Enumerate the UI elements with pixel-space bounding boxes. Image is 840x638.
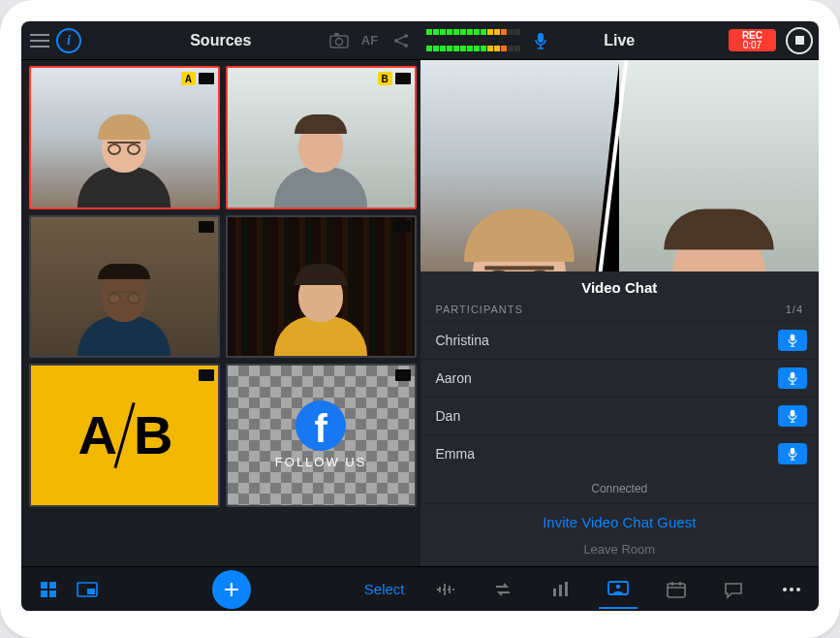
participants-label: PARTICIPANTS	[436, 303, 523, 315]
source-tile-follow-graphic[interactable]: f FOLLOW US	[226, 364, 417, 507]
camera-badge-icon	[395, 221, 411, 233]
stats-icon[interactable]	[542, 570, 580, 609]
camera-badge-icon	[199, 73, 214, 84]
live-preview[interactable]	[420, 60, 820, 271]
connection-status: Connected	[420, 472, 820, 503]
svg-rect-19	[565, 582, 568, 596]
source-tile-3[interactable]	[29, 215, 220, 359]
participant-row: Aaron	[420, 359, 820, 397]
follow-label: FOLLOW US	[275, 455, 367, 469]
video-chat-tab-icon[interactable]	[599, 570, 638, 609]
participant-name: Dan	[436, 408, 461, 424]
select-button[interactable]: Select	[357, 581, 420, 597]
source-letter: B	[378, 72, 392, 85]
info-icon[interactable]: i	[56, 28, 81, 53]
source-tile-4[interactable]	[226, 215, 417, 359]
invite-guest-button[interactable]: Invite Video Chat Guest	[420, 503, 820, 540]
svg-rect-11	[41, 582, 47, 589]
camera-badge-icon	[199, 369, 214, 381]
svg-point-21	[616, 584, 620, 588]
ab-left-letter: A	[78, 403, 114, 466]
participant-name: Emma	[436, 446, 475, 462]
participant-mic-button[interactable]	[778, 367, 807, 389]
source-letter: A	[181, 72, 196, 85]
svg-rect-10	[791, 448, 795, 455]
share-icon[interactable]	[388, 32, 415, 49]
participant-row: Dan	[420, 397, 820, 434]
source-tile-a[interactable]: A	[29, 66, 220, 209]
svg-rect-2	[334, 33, 339, 36]
participant-row: Christina	[420, 321, 820, 359]
participant-row: Emma	[420, 434, 820, 472]
svg-rect-12	[49, 582, 56, 589]
stop-button[interactable]	[786, 27, 813, 54]
chat-icon[interactable]	[714, 570, 753, 609]
audio-meter	[426, 24, 526, 56]
participant-name: Aaron	[436, 370, 472, 386]
autofocus-icon[interactable]: AF	[357, 33, 384, 48]
participant-mic-button[interactable]	[778, 330, 807, 351]
facebook-icon: f	[296, 400, 346, 451]
pip-view-icon[interactable]	[68, 570, 107, 609]
participant-name: Christina	[436, 333, 489, 348]
svg-point-23	[783, 588, 787, 591]
svg-point-25	[796, 588, 800, 591]
svg-rect-17	[553, 589, 556, 596]
svg-rect-14	[49, 590, 56, 597]
rec-time: 0:07	[742, 41, 762, 50]
more-icon[interactable]	[772, 570, 811, 609]
camera-icon[interactable]	[326, 33, 353, 48]
sources-title: Sources	[190, 32, 251, 49]
participant-mic-button[interactable]	[778, 405, 807, 427]
svg-rect-6	[538, 33, 544, 43]
live-title: Live	[604, 32, 635, 49]
camera-badge-icon	[395, 73, 411, 84]
schedule-icon[interactable]	[657, 570, 696, 609]
record-indicator[interactable]: REC 0:07	[729, 29, 776, 51]
svg-rect-7	[791, 335, 795, 341]
camera-badge-icon	[395, 369, 411, 381]
video-chat-title: Video Chat	[420, 271, 820, 302]
svg-point-1	[335, 38, 342, 45]
audio-mixer-icon[interactable]	[426, 570, 465, 609]
add-source-button[interactable]: +	[212, 570, 251, 609]
svg-rect-18	[559, 585, 562, 596]
source-tile-b[interactable]: B	[226, 66, 417, 209]
svg-rect-13	[41, 590, 47, 597]
leave-room-button[interactable]: Leave Room	[420, 540, 820, 566]
transitions-icon[interactable]	[483, 570, 522, 609]
menu-icon[interactable]	[27, 28, 52, 53]
ab-divider	[113, 402, 135, 468]
source-tile-ab-graphic[interactable]: A B	[29, 364, 220, 507]
svg-rect-8	[791, 372, 795, 379]
svg-rect-9	[791, 410, 795, 417]
stop-icon	[795, 36, 804, 45]
camera-badge-icon	[199, 221, 214, 233]
microphone-icon[interactable]	[534, 32, 547, 49]
svg-point-24	[790, 588, 793, 591]
svg-rect-16	[87, 589, 95, 594]
participant-mic-button[interactable]	[778, 443, 807, 464]
ab-right-letter: B	[134, 403, 171, 466]
participants-count: 1/4	[786, 303, 803, 315]
grid-view-icon[interactable]	[29, 570, 68, 609]
svg-rect-22	[668, 584, 685, 597]
